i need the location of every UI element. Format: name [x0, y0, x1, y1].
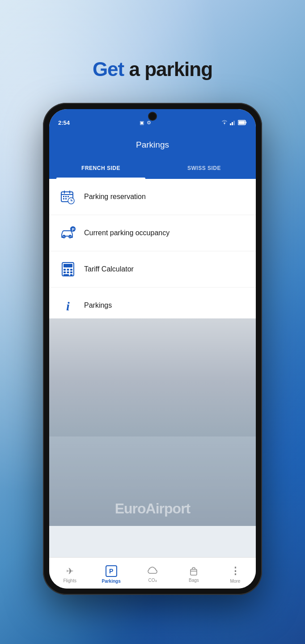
bags-label: Bags	[189, 578, 199, 583]
airport-image-area: EuroAirport	[49, 318, 256, 526]
nav-item-parkings[interactable]: P Parkings	[90, 563, 131, 584]
bottom-nav: ✈ Flights P Parkings CO₂	[49, 557, 256, 589]
svg-rect-5	[239, 121, 245, 124]
parkings-nav-label: Parkings	[102, 579, 120, 584]
title-highlight: Get	[93, 58, 124, 80]
bags-icon	[189, 566, 199, 576]
wifi-icon	[221, 120, 228, 125]
tab-swiss-side[interactable]: SWISS SIDE	[152, 157, 256, 179]
svg-rect-31	[70, 274, 72, 276]
current-parking-occupancy-label: Current parking occupancy	[84, 229, 169, 237]
svg-rect-14	[65, 196, 67, 197]
phone-frame: 2:54 ▣ ⚙	[43, 103, 262, 595]
svg-rect-24	[64, 269, 66, 271]
parkings-label: Parkings	[84, 301, 112, 309]
car-parking-icon: P	[60, 225, 76, 241]
svg-rect-29	[70, 271, 72, 273]
svg-rect-0	[230, 123, 231, 125]
calculator-icon	[60, 261, 76, 277]
battery-icon	[238, 120, 247, 125]
title-suffix: a parking	[124, 58, 212, 80]
app-header: Parkings	[49, 132, 256, 157]
svg-rect-2	[233, 121, 235, 125]
nav-item-bags[interactable]: Bags	[173, 564, 214, 583]
status-right	[221, 120, 247, 125]
svg-rect-30	[64, 274, 69, 276]
info-icon: i	[60, 297, 76, 314]
tab-french-side[interactable]: FRENCH SIDE	[49, 157, 152, 179]
svg-rect-15	[68, 196, 69, 197]
svg-text:i: i	[66, 299, 70, 313]
svg-rect-13	[63, 196, 64, 197]
calendar-parking-icon	[60, 189, 76, 205]
menu-item-tariff-calculator[interactable]: Tariff Calculator	[49, 251, 256, 288]
svg-rect-1	[232, 122, 233, 125]
status-time: 2:54	[58, 119, 70, 126]
co2-icon	[148, 566, 157, 576]
svg-rect-26	[70, 269, 72, 271]
content-area: Parking reservation P	[49, 179, 256, 557]
svg-rect-28	[67, 271, 69, 273]
airport-overlay: EuroAirport	[49, 436, 256, 526]
nav-item-flights[interactable]: ✈ Flights	[49, 563, 90, 583]
tariff-calculator-label: Tariff Calculator	[84, 265, 134, 273]
svg-rect-33	[191, 569, 197, 575]
svg-rect-4	[246, 122, 246, 123]
menu-list: Parking reservation P	[49, 179, 256, 324]
parkings-nav-icon: P	[106, 565, 117, 577]
more-icon: ⋮	[230, 565, 240, 577]
more-label: More	[230, 579, 240, 584]
nav-item-more[interactable]: ⋮ More	[215, 563, 256, 584]
svg-rect-25	[67, 269, 69, 271]
flights-icon: ✈	[66, 566, 74, 576]
app-header-title: Parkings	[136, 140, 169, 150]
sim-icon: ▣	[140, 120, 144, 126]
flights-label: Flights	[63, 578, 76, 583]
svg-text:P: P	[72, 227, 75, 232]
parking-reservation-label: Parking reservation	[84, 193, 146, 201]
svg-rect-23	[64, 264, 72, 267]
menu-item-current-parking-occupancy[interactable]: P Current parking occupancy	[49, 215, 256, 251]
nav-item-co2[interactable]: CO₂	[132, 564, 173, 583]
svg-rect-27	[64, 271, 66, 273]
tabs-bar: FRENCH SIDE SWISS SIDE	[49, 157, 256, 179]
gear-icon: ⚙	[147, 120, 151, 126]
tab-swiss-side-label: SWISS SIDE	[187, 165, 221, 171]
page-title: Get a parking	[0, 58, 305, 80]
svg-rect-17	[65, 198, 67, 199]
side-button	[262, 192, 262, 219]
signal-icon	[230, 120, 236, 125]
menu-item-parking-reservation[interactable]: Parking reservation	[49, 179, 256, 215]
co2-label: CO₂	[148, 578, 157, 583]
phone-screen: 2:54 ▣ ⚙	[49, 109, 256, 589]
status-icons: ▣ ⚙	[140, 120, 151, 126]
svg-rect-16	[63, 198, 64, 199]
airport-text: EuroAirport	[115, 500, 191, 517]
tab-french-side-label: FRENCH SIDE	[81, 165, 120, 171]
camera-hole	[149, 113, 156, 120]
